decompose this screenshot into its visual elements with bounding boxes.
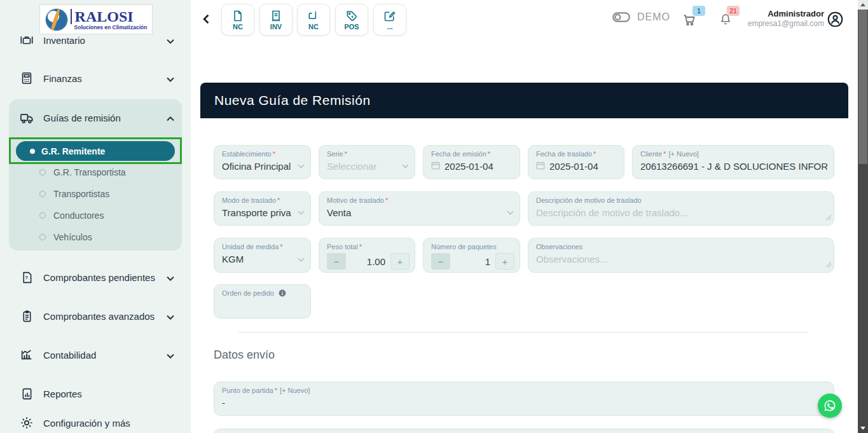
chevron-left-icon [202, 14, 210, 24]
edit-more-icon [383, 10, 396, 22]
scroll-up-button[interactable] [858, 0, 868, 10]
chevron-down-icon [507, 206, 514, 217]
sidebar-item-vehiculos[interactable]: Vehículos [32, 228, 179, 247]
accounting-chart-icon [19, 348, 34, 362]
cliente-select[interactable]: Cliente*[+ Nuevo] 20613266691 - J & D SO… [632, 145, 834, 179]
sidebar-item-finanzas[interactable]: Finanzas [9, 69, 182, 88]
invoice-icon [270, 10, 282, 22]
gear-icon [19, 416, 34, 430]
inventory-icon [19, 33, 34, 47]
brand-globe-icon [45, 8, 68, 31]
section-divider [238, 332, 809, 333]
motivo-traslado-select[interactable]: Motivo de traslado* Venta [319, 191, 520, 226]
note-pen-icon [307, 10, 320, 22]
cart-badge[interactable]: 1 [692, 6, 705, 16]
numero-paquetes-stepper[interactable]: Número de paquetes − 1 + [423, 238, 520, 273]
credit-note-icon [231, 10, 244, 22]
new-client-link[interactable]: [+ Nuevo] [669, 150, 699, 158]
shortcut-nc2-button[interactable]: NC [297, 4, 330, 36]
sidebar-item-conductores[interactable]: Conductores [32, 206, 179, 225]
topbar: NC INV NC POS [191, 0, 858, 38]
peso-total-value[interactable]: 1.00 [346, 256, 390, 267]
clipboard-icon [19, 310, 34, 323]
calendar-icon [536, 161, 545, 172]
pos-tag-icon [345, 10, 358, 22]
decrement-button[interactable]: − [327, 253, 346, 270]
decrement-button[interactable]: − [431, 253, 450, 270]
chevron-down-icon [402, 160, 409, 171]
scrollbar-thumb[interactable] [858, 10, 867, 164]
user-name: Administrador [712, 9, 824, 19]
sidebar-item-configuracion[interactable]: Configuración y más [9, 413, 182, 432]
sidebar-item-comprobantes-pendientes[interactable]: ? Comprobantes pendientes [9, 268, 182, 287]
sidebar-item-reportes[interactable]: Reportes [9, 384, 182, 403]
increment-button[interactable]: + [495, 253, 514, 270]
shortcut-more-button[interactable]: ... [373, 4, 406, 36]
user-info[interactable]: Administrador empresa1@gmail.com [712, 9, 824, 29]
bullet-icon [39, 234, 46, 240]
brand-logo[interactable]: RALOSI Soluciones en Climatización [39, 4, 153, 34]
chevron-down-icon [167, 311, 174, 322]
chevron-down-icon [167, 350, 174, 361]
report-icon [19, 387, 34, 401]
whatsapp-button[interactable] [818, 394, 842, 418]
sidebar-item-guias-de-remision[interactable]: Guías de remisión [9, 108, 182, 127]
datos-envio-heading: Datos envío [214, 348, 275, 362]
resize-handle[interactable] [825, 259, 832, 270]
punto-partida-select[interactable]: Punto de partida*[+ Nuevo] - [214, 381, 834, 416]
shortcut-pos-button[interactable]: POS [335, 4, 368, 36]
resize-handle[interactable] [825, 212, 832, 223]
shortcut-nc-button[interactable]: NC [221, 4, 254, 36]
chevron-down-icon [167, 35, 174, 46]
modo-traslado-select[interactable]: Modo de traslado* Transporte priva [214, 191, 311, 226]
sidebar-item-inventario[interactable]: Inventario [9, 31, 182, 50]
chevron-down-icon [167, 272, 174, 283]
sidebar-group-guias: Guías de remisión G.R. Remitente G.R. Tr… [9, 99, 182, 251]
fecha-emision-datepicker[interactable]: Fecha de emisión* 2025-01-04 [423, 145, 520, 179]
app-window: RALOSI Soluciones en Climatización Inven… [0, 0, 868, 433]
sidebar-item-comprobantes-avanzados[interactable]: Comprobantes avanzados [9, 306, 182, 326]
chevron-down-icon [298, 160, 305, 171]
sidebar-item-contabilidad[interactable]: Contabilidad [9, 345, 182, 364]
next-field-partial[interactable] [214, 429, 834, 433]
toggle-icon [612, 11, 631, 24]
chevron-up-icon [167, 113, 174, 123]
collapse-sidebar-button[interactable] [198, 11, 214, 27]
info-icon[interactable]: i [279, 289, 286, 297]
observaciones-textarea[interactable]: Observaciones Observaciones... [528, 238, 834, 273]
chevron-down-icon [298, 253, 305, 265]
unidad-medida-select[interactable]: Unidad de medida* KGM [214, 238, 311, 273]
active-bullet-icon [30, 149, 35, 154]
user-avatar[interactable] [827, 11, 844, 31]
truck-icon [19, 111, 34, 125]
descripcion-motivo-textarea[interactable]: Descripción de motivo de traslado Descri… [528, 191, 834, 226]
scroll-down-button[interactable] [858, 423, 868, 433]
fecha-traslado-datepicker[interactable]: Fecha de traslado* 2025-01-04 [528, 145, 624, 179]
numero-paquetes-value[interactable]: 1 [450, 256, 495, 267]
serie-select[interactable]: Serie* Seleccionar [319, 145, 415, 179]
sidebar: RALOSI Soluciones en Climatización Inven… [0, 0, 191, 433]
shortcut-inv-button[interactable]: INV [259, 4, 293, 36]
svg-text:?: ? [25, 275, 28, 280]
increment-button[interactable]: + [390, 253, 410, 270]
calendar-icon [431, 161, 440, 172]
whatsapp-icon [823, 399, 837, 413]
vertical-scrollbar[interactable] [858, 0, 868, 433]
calculator-icon [19, 71, 34, 85]
demo-toggle[interactable]: DEMO [612, 11, 670, 24]
brand-name: RALOSI [71, 9, 148, 24]
page-header: Nueva Guía de Remisión [200, 83, 848, 118]
orden-pedido-input[interactable]: Orden de pedido i [214, 284, 311, 319]
pending-doc-icon: ? [19, 271, 34, 284]
sidebar-item-gr-remitente[interactable]: G.R. Remitente [16, 141, 175, 161]
chevron-down-icon [298, 206, 305, 217]
user-email: empresa1@gmail.com [712, 19, 824, 29]
new-punto-partida-link[interactable]: [+ Nuevo] [280, 387, 310, 394]
sidebar-item-transportistas[interactable]: Transportistas [32, 184, 179, 203]
page-title: Nueva Guía de Remisión [200, 93, 371, 108]
brand-tagline: Soluciones en Climatización [71, 25, 148, 31]
establecimiento-select[interactable]: Establecimiento* Oficina Principal [214, 145, 311, 179]
peso-total-stepper[interactable]: Peso total* − 1.00 + [319, 238, 415, 273]
chevron-down-icon [167, 73, 174, 84]
sidebar-item-gr-transportista[interactable]: G.R. Transportista [32, 163, 179, 182]
